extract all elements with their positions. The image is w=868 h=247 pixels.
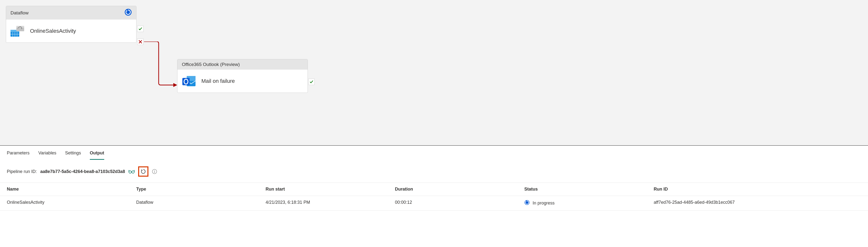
cell-duration: 00:00:12 xyxy=(395,200,524,207)
table-header: Name Type Run start Duration Status Run … xyxy=(0,183,868,196)
cell-status: In progress xyxy=(524,200,654,207)
activity-dataflow[interactable]: Dataflow xyxy=(6,6,136,43)
outlook-icon xyxy=(182,75,196,87)
col-duration[interactable]: Duration xyxy=(395,187,524,192)
in-progress-icon xyxy=(124,8,132,17)
svg-point-16 xyxy=(154,170,155,171)
failure-connector xyxy=(140,42,181,90)
failure-port-icon[interactable] xyxy=(137,38,144,45)
pipeline-canvas[interactable]: Dataflow xyxy=(0,0,868,146)
svg-point-13 xyxy=(129,171,131,173)
svg-point-14 xyxy=(132,171,134,173)
cell-status-text: In progress xyxy=(533,200,555,206)
col-name[interactable]: Name xyxy=(7,187,136,192)
activity-outlook-header: Office365 Outlook (Preview) xyxy=(178,59,308,70)
table-row[interactable]: OnlineSalesActivity Dataflow 4/21/2023, … xyxy=(0,196,868,211)
tab-settings[interactable]: Settings xyxy=(65,150,81,160)
run-id-row: Pipeline run ID: aa8e7b77-5a5c-4264-bea8… xyxy=(0,160,868,183)
activity-dataflow-header-label: Dataflow xyxy=(10,10,29,16)
activity-outlook-body: Mail on failure xyxy=(178,70,308,92)
dataflow-icon xyxy=(10,25,25,37)
tabs: Parameters Variables Settings Output xyxy=(7,150,861,160)
col-run-id[interactable]: Run ID xyxy=(654,187,861,192)
view-details-icon[interactable] xyxy=(128,169,135,174)
refresh-button[interactable] xyxy=(138,166,148,176)
activity-dataflow-name: OnlineSalesActivity xyxy=(30,28,76,34)
col-status[interactable]: Status xyxy=(524,187,654,192)
success-port-icon[interactable] xyxy=(137,26,144,32)
tab-output[interactable]: Output xyxy=(90,150,104,160)
success-port-icon[interactable] xyxy=(308,79,315,85)
tab-parameters[interactable]: Parameters xyxy=(7,150,30,160)
activity-dataflow-header: Dataflow xyxy=(6,6,136,20)
cell-type: Dataflow xyxy=(136,200,266,207)
svg-rect-17 xyxy=(154,171,155,173)
cell-run-id: aff7ed76-25ad-4485-a6ed-49d3b1ecc067 xyxy=(654,200,861,207)
col-run-start[interactable]: Run start xyxy=(266,187,395,192)
activity-outlook[interactable]: Office365 Outlook (Preview) Mail on fail… xyxy=(177,59,308,93)
activity-dataflow-body: OnlineSalesActivity xyxy=(6,20,136,43)
in-progress-icon xyxy=(524,200,530,207)
cell-run-start: 4/21/2023, 6:18:31 PM xyxy=(266,200,395,207)
output-table: Name Type Run start Duration Status Run … xyxy=(0,183,868,211)
bottom-panel: Parameters Variables Settings Output xyxy=(0,146,868,160)
col-type[interactable]: Type xyxy=(136,187,266,192)
run-id-value: aa8e7b77-5a5c-4264-bea8-a7103c52d3a8 xyxy=(40,169,125,174)
activity-outlook-header-label: Office365 Outlook (Preview) xyxy=(182,62,240,67)
tab-variables[interactable]: Variables xyxy=(38,150,56,160)
activity-outlook-name: Mail on failure xyxy=(202,78,235,84)
info-icon[interactable] xyxy=(152,169,157,174)
run-id-label: Pipeline run ID: xyxy=(7,169,37,174)
cell-name: OnlineSalesActivity xyxy=(7,200,136,207)
